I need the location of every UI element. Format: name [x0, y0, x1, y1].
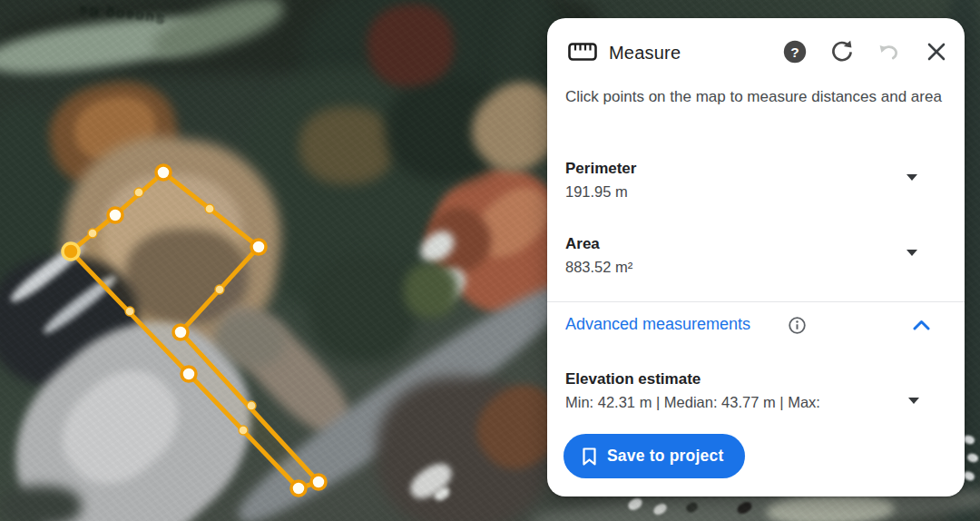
polygon-midpoint-handle[interactable] [88, 229, 97, 238]
polygon-vertex[interactable] [311, 475, 326, 489]
panel-title: Measure [609, 43, 681, 64]
bookmark-icon [581, 447, 598, 467]
section-divider [547, 301, 965, 302]
area-label: Area [565, 235, 600, 253]
close-icon [926, 42, 946, 62]
perimeter-label: Perimeter [565, 160, 636, 178]
polygon-midpoint-handle[interactable] [239, 426, 248, 435]
info-icon[interactable] [789, 317, 806, 334]
polygon-vertex[interactable] [251, 240, 266, 254]
area-dropdown-icon[interactable] [906, 250, 917, 256]
elevation-dropdown-icon[interactable] [908, 398, 919, 404]
polygon-vertex[interactable] [156, 165, 171, 180]
polygon-midpoint-handle[interactable] [247, 401, 256, 410]
perimeter-dropdown-icon[interactable] [906, 174, 917, 181]
polygon-midpoint-handle[interactable] [215, 285, 224, 294]
undo-icon [877, 40, 901, 64]
restart-button[interactable] [826, 35, 858, 68]
undo-button[interactable] [873, 35, 906, 68]
area-value: 883.52 m² [565, 259, 632, 276]
save-to-project-button[interactable]: Save to project [564, 434, 745, 478]
save-to-project-label: Save to project [607, 447, 723, 466]
polygon-vertex[interactable] [291, 481, 306, 496]
polygon-midpoint-handle[interactable] [125, 307, 134, 316]
help-button[interactable]: ? [779, 35, 811, 68]
perimeter-value: 191.95 m [565, 183, 628, 201]
instruction-text: Click points on the map to measure dista… [565, 85, 946, 109]
restart-icon [830, 40, 854, 64]
polygon-midpoint-handle[interactable] [134, 188, 143, 197]
measure-panel: Measure ? Click points [547, 18, 965, 496]
polygon-vertex[interactable] [108, 208, 122, 222]
elevation-value: Min: 42.31 m | Median: 43.77 m | Max: [565, 394, 901, 411]
polygon-vertex[interactable] [173, 325, 188, 339]
earth-measure-app: Sunang Ba Measure ? [0, 0, 980, 521]
advanced-measurements-link[interactable]: Advanced measurements [565, 315, 750, 334]
polygon-vertex[interactable] [181, 367, 196, 381]
polygon-midpoint-handle[interactable] [205, 204, 214, 213]
polygon-vertex-selected[interactable] [63, 243, 79, 260]
help-icon: ? [783, 40, 807, 64]
ruler-icon [568, 43, 597, 61]
svg-text:?: ? [790, 44, 799, 60]
collapse-chevron-up-icon[interactable] [912, 319, 931, 331]
elevation-label: Elevation estimate [565, 370, 701, 388]
close-button[interactable] [920, 35, 953, 68]
